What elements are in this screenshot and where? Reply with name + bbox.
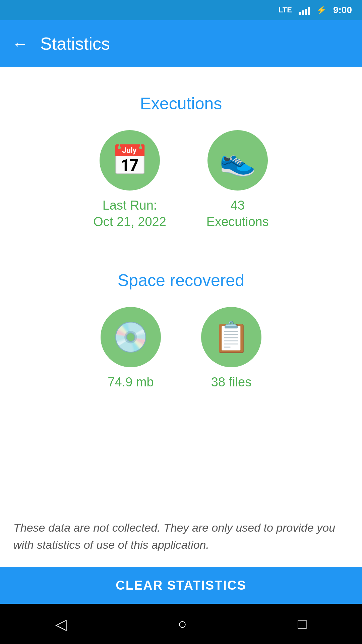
main-content: Executions 📅 Last Run: Oct 21, 2022 👟 43 [0,67,362,509]
lte-indicator: LTE [279,6,292,14]
disk-icon: 💿 [101,307,161,367]
page-title: Statistics [40,34,110,54]
clear-statistics-button[interactable]: CLEAR STATISTICS [0,567,362,604]
calendar-icon: 📅 [100,130,160,191]
executions-stats-row: 📅 Last Run: Oct 21, 2022 👟 43 Executions [93,130,268,230]
bottom-area: These data are not collected. They are o… [0,509,362,604]
space-recovered-section: Space recovered 💿 74.9 mb 📋 38 files [13,271,349,417]
files-icon: 📋 [201,307,261,367]
executions-count-label: 43 Executions [206,197,269,230]
shoe-icon: 👟 [207,130,268,191]
executions-title: Executions [140,94,222,113]
files-count-label: 38 files [211,374,251,390]
executions-count-stat: 👟 43 Executions [206,130,269,230]
back-button[interactable]: ← [10,34,30,54]
last-run-label: Last Run: Oct 21, 2022 [93,197,166,230]
nav-bar: ◁ ○ □ [0,604,362,644]
status-bar: LTE ⚡ 9:00 [0,0,362,20]
executions-section: Executions 📅 Last Run: Oct 21, 2022 👟 43 [13,94,349,257]
signal-icon [299,5,310,15]
nav-home-icon[interactable]: ○ [178,615,187,632]
clock: 9:00 [333,5,352,15]
files-count-stat: 📋 38 files [201,307,261,390]
space-recovered-title: Space recovered [118,271,244,290]
nav-recent-icon[interactable]: □ [298,615,307,632]
space-recovered-stats-row: 💿 74.9 mb 📋 38 files [101,307,261,390]
disk-space-label: 74.9 mb [108,374,154,390]
privacy-note: These data are not collected. They are o… [0,509,362,567]
last-run-stat: 📅 Last Run: Oct 21, 2022 [93,130,166,230]
disk-space-stat: 💿 74.9 mb [101,307,161,390]
app-bar: ← Statistics [0,20,362,67]
battery-icon: ⚡ [316,5,326,15]
nav-back-icon[interactable]: ◁ [55,615,67,633]
